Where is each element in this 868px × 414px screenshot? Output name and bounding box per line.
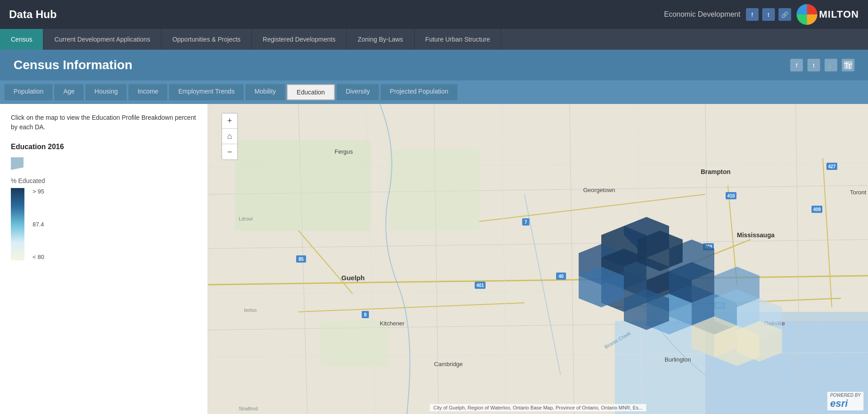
- content-header: Census Information f t 🔗: [0, 50, 868, 80]
- legend-value-labels: > 95 87.4 < 80: [30, 188, 44, 260]
- sub-tab-diversity[interactable]: Diversity: [337, 84, 379, 100]
- svg-text:7: 7: [524, 220, 527, 225]
- svg-text:terloo: terloo: [244, 307, 257, 313]
- app-title: Data Hub: [9, 8, 57, 21]
- header-map-icon[interactable]: [842, 59, 854, 71]
- zoom-in-button[interactable]: +: [222, 113, 237, 129]
- zoom-out-button[interactable]: −: [222, 144, 237, 160]
- legend-title: Education 2016: [11, 143, 197, 151]
- map-zoom-controls: + ⌂ −: [222, 113, 238, 160]
- page-title: Census Information: [14, 58, 132, 72]
- tab-future[interactable]: Future Urban Structure: [415, 29, 501, 50]
- svg-text:85: 85: [298, 257, 304, 262]
- twitter-icon[interactable]: t: [762, 8, 775, 21]
- svg-text:427: 427: [828, 164, 836, 169]
- svg-rect-27: [389, 149, 479, 231]
- legend-gradient-bar: [11, 188, 24, 260]
- zoom-home-button[interactable]: ⌂: [222, 129, 237, 144]
- sub-tab-nav: Population Age Housing Income Employment…: [0, 80, 868, 104]
- powered-by-label: POWERED BY: [830, 393, 861, 398]
- social-icons: f t 🔗: [746, 8, 791, 21]
- sub-tab-mobility[interactable]: Mobility: [245, 84, 285, 100]
- legend-bar-container: > 95 87.4 < 80: [11, 188, 197, 260]
- economic-dev-label: Economic Development: [664, 10, 741, 19]
- tab-current-dev[interactable]: Current Development Applications: [43, 29, 161, 50]
- svg-text:Toront: Toront: [850, 189, 867, 196]
- legend-icon: [11, 157, 24, 170]
- main-content: Click on the map to view the Education P…: [0, 104, 868, 414]
- top-tab-nav: Census Current Development Applications …: [0, 29, 868, 50]
- tab-census[interactable]: Census: [0, 29, 43, 50]
- map-attribution: City of Guelph, Region of Waterloo, Onta…: [429, 404, 646, 411]
- svg-text:Mississauga: Mississauga: [737, 231, 774, 239]
- svg-text:Guelph: Guelph: [341, 274, 365, 282]
- map-svg: 85 8 401 403 407 409 410 427 7: [208, 104, 868, 414]
- svg-text:Kitchener: Kitchener: [380, 320, 405, 327]
- sub-tab-age[interactable]: Age: [54, 84, 84, 100]
- logo-text: MILTON: [819, 9, 859, 20]
- tab-registered[interactable]: Registered Developments: [252, 29, 347, 50]
- header-icons: f t 🔗: [790, 59, 854, 71]
- svg-text:401: 401: [476, 283, 484, 288]
- header-twitter-icon[interactable]: t: [807, 59, 820, 71]
- svg-text:Brampton: Brampton: [701, 168, 731, 175]
- sub-tab-employment[interactable]: Employment Trends: [169, 84, 244, 100]
- legend-gradient: [11, 188, 24, 260]
- svg-rect-0: [844, 61, 852, 69]
- logo-circle: [797, 4, 817, 25]
- esri-logo: POWERED BY esri: [827, 392, 863, 410]
- svg-text:Burlington: Burlington: [665, 356, 691, 363]
- link-icon[interactable]: 🔗: [778, 8, 791, 21]
- svg-text:Georgetown: Georgetown: [583, 187, 615, 193]
- svg-text:Cambridge: Cambridge: [434, 361, 463, 367]
- sidebar-instruction: Click on the map to view the Education P…: [11, 113, 197, 132]
- legend-mid-value: 87.4: [33, 221, 44, 228]
- esri-text: esri: [830, 398, 848, 409]
- facebook-icon[interactable]: f: [746, 8, 759, 21]
- legend-percent-label: % Educated: [11, 177, 197, 184]
- sidebar: Click on the map to view the Education P…: [0, 104, 208, 414]
- header-link-icon[interactable]: 🔗: [825, 59, 837, 71]
- legend-high-value: > 95: [33, 188, 44, 195]
- header-facebook-icon[interactable]: f: [790, 59, 803, 71]
- sub-tab-housing[interactable]: Housing: [85, 84, 127, 100]
- svg-text:409: 409: [813, 207, 821, 212]
- sub-tab-population[interactable]: Population: [5, 84, 52, 100]
- tab-opportunities[interactable]: Opportunities & Projects: [161, 29, 252, 50]
- top-bar: Data Hub Economic Development f t 🔗 MILT…: [0, 0, 868, 29]
- svg-text:Stratford: Stratford: [239, 406, 258, 411]
- sub-tab-income[interactable]: Income: [128, 84, 167, 100]
- sub-tab-projected[interactable]: Projected Population: [381, 84, 457, 100]
- svg-rect-28: [321, 321, 389, 366]
- milton-logo: MILTON: [797, 4, 859, 25]
- tab-zoning[interactable]: Zoning By-Laws: [347, 29, 414, 50]
- svg-text:8: 8: [364, 312, 367, 317]
- svg-text:Fergus: Fergus: [335, 148, 353, 155]
- svg-text:410: 410: [727, 193, 735, 198]
- top-bar-right: Economic Development f t 🔗 MILTON: [664, 4, 859, 25]
- sub-tab-education[interactable]: Education: [287, 84, 335, 100]
- svg-text:Ldrool: Ldrool: [239, 216, 253, 221]
- legend-low-value: < 80: [33, 254, 44, 260]
- svg-text:40: 40: [558, 274, 564, 279]
- map-area[interactable]: 85 8 401 403 407 409 410 427 7: [208, 104, 868, 414]
